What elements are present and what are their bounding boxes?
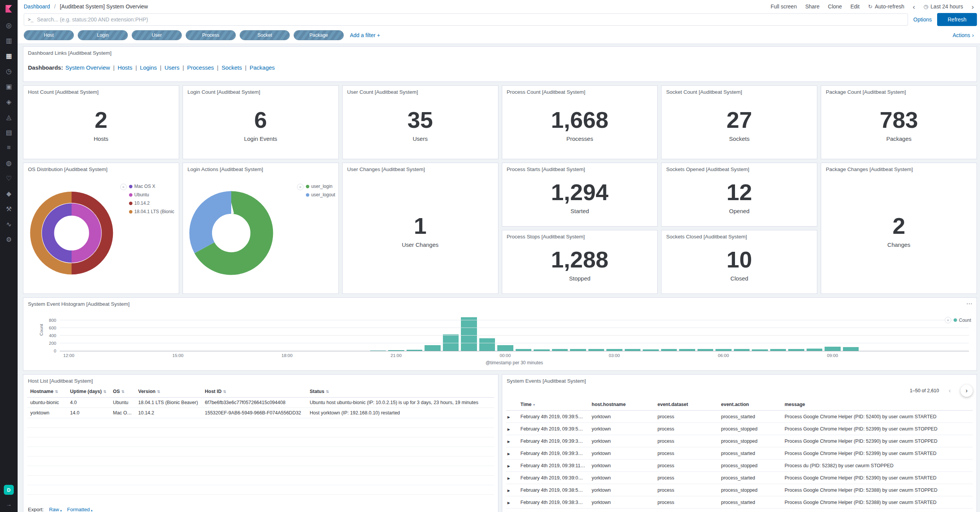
histogram-bar[interactable]: [643, 349, 659, 351]
expand-row-icon[interactable]: ▶: [508, 452, 510, 456]
dashboard-link[interactable]: Sockets: [222, 64, 242, 71]
machine-learning-icon[interactable]: ◬: [0, 109, 18, 125]
page-next-icon[interactable]: ›: [960, 385, 973, 397]
dashboard-link[interactable]: System Overview: [65, 64, 110, 71]
histogram-bar[interactable]: [552, 349, 568, 351]
histogram-bar[interactable]: [461, 317, 477, 351]
edit-button[interactable]: Edit: [850, 3, 859, 10]
dashboard-link[interactable]: Processes: [187, 64, 214, 71]
column-header[interactable]: host.hostname: [589, 398, 655, 411]
histogram-bar[interactable]: [715, 349, 732, 351]
histogram-bar[interactable]: [807, 349, 823, 351]
histogram-bar[interactable]: [606, 349, 622, 351]
monitoring-icon[interactable]: ∿: [0, 217, 18, 232]
dashboard-link[interactable]: Hosts: [118, 64, 132, 71]
panel-menu-icon[interactable]: ⋯: [966, 300, 973, 307]
expand-row-icon[interactable]: ▶: [508, 489, 510, 492]
infrastructure-icon[interactable]: ▤: [0, 125, 18, 140]
dashboard-link[interactable]: Logins: [140, 64, 157, 71]
table-row[interactable]: ubuntu-bionic4.0Ubuntu18.04.1 LTS (Bioni…: [27, 398, 494, 408]
maps-icon[interactable]: ◈: [0, 94, 18, 109]
filter-actions-link[interactable]: Actions ›: [952, 32, 974, 38]
search-input[interactable]: [37, 16, 903, 23]
dashboard-icon[interactable]: ▦: [0, 48, 18, 64]
legend-item[interactable]: Ubuntu: [129, 192, 176, 197]
legend-item[interactable]: 10.14.2: [129, 201, 176, 206]
dashboard-link[interactable]: Packages: [250, 64, 275, 71]
timelion-icon[interactable]: ◷: [0, 64, 18, 79]
histogram-bar[interactable]: [534, 349, 550, 351]
histogram-bar[interactable]: [679, 349, 695, 351]
kibana-logo[interactable]: [0, 0, 18, 18]
export-formatted-link[interactable]: Formatted▴: [67, 507, 92, 512]
column-header[interactable]: Time▾: [518, 398, 589, 411]
graph-icon[interactable]: ◆: [0, 186, 18, 201]
table-row[interactable]: yorktown14.0Mac OS X10.14.2155320EF-9AB6…: [27, 408, 494, 418]
legend-item[interactable]: Count: [954, 318, 971, 323]
expand-row-icon[interactable]: ▶: [508, 476, 510, 480]
add-filter-link[interactable]: Add a filter +: [350, 32, 380, 38]
management-icon[interactable]: ⚙: [0, 232, 18, 247]
histogram-bar[interactable]: [388, 350, 404, 351]
os-distribution-donut[interactable]: [28, 189, 115, 277]
legend-item[interactable]: user_logout: [306, 192, 335, 197]
legend-toggle-icon[interactable]: «: [297, 184, 304, 190]
expand-row-icon[interactable]: ▶: [508, 440, 510, 444]
time-back-icon[interactable]: ‹: [913, 3, 915, 10]
filter-pill-package[interactable]: Package: [294, 30, 344, 40]
column-header[interactable]: Uptime (days)⇅: [67, 385, 110, 398]
histogram-bar[interactable]: [843, 347, 859, 351]
column-header[interactable]: message: [782, 398, 973, 411]
export-raw-link[interactable]: Raw▴: [49, 507, 62, 512]
breadcrumb-dashboard-link[interactable]: Dashboard: [24, 3, 50, 10]
histogram-bar[interactable]: [734, 349, 750, 351]
apm-icon[interactable]: ◍: [0, 155, 18, 171]
space-badge[interactable]: D: [4, 485, 14, 495]
column-header[interactable]: Version⇅: [135, 385, 202, 398]
expand-row-icon[interactable]: ▶: [508, 464, 510, 468]
filter-pill-user[interactable]: User: [132, 30, 182, 40]
column-header[interactable]: event.action: [718, 398, 782, 411]
histogram-bar[interactable]: [661, 349, 677, 351]
dashboard-link[interactable]: Users: [165, 64, 180, 71]
legend-item[interactable]: user_login: [306, 184, 335, 189]
histogram-bar[interactable]: [425, 345, 441, 351]
clone-button[interactable]: Clone: [828, 3, 842, 10]
visualize-icon[interactable]: ▥: [0, 33, 18, 48]
full-screen-button[interactable]: Full screen: [771, 3, 797, 10]
refresh-button[interactable]: Refresh: [937, 13, 977, 26]
uptime-icon[interactable]: ♡: [0, 171, 18, 186]
histogram-bar[interactable]: [625, 349, 641, 351]
histogram-bar[interactable]: [479, 338, 495, 351]
legend-item[interactable]: Mac OS X: [129, 184, 176, 189]
canvas-icon[interactable]: ▣: [0, 79, 18, 94]
histogram-bar[interactable]: [752, 349, 768, 351]
time-forward-icon[interactable]: ›: [972, 3, 974, 10]
expand-row-icon[interactable]: ▶: [508, 415, 510, 419]
histogram-bar[interactable]: [697, 349, 714, 351]
histogram-bar[interactable]: [516, 349, 532, 351]
expand-row-icon[interactable]: ▶: [508, 427, 510, 431]
sidebar-expand-icon[interactable]: →: [6, 501, 12, 507]
histogram-bar[interactable]: [407, 350, 423, 351]
filter-pill-login[interactable]: Login: [78, 30, 128, 40]
options-link[interactable]: Options: [913, 16, 932, 23]
histogram-bar[interactable]: [588, 349, 604, 351]
histogram-bar[interactable]: [788, 349, 804, 351]
login-actions-donut[interactable]: [188, 189, 275, 277]
auto-refresh-button[interactable]: ↻ Auto-refresh: [868, 3, 905, 10]
dev-tools-icon[interactable]: ⚒: [0, 201, 18, 217]
legend-toggle-icon[interactable]: «: [120, 184, 127, 190]
expand-row-icon[interactable]: ▶: [508, 501, 510, 505]
column-header[interactable]: Host ID⇅: [202, 385, 307, 398]
column-header[interactable]: OS⇅: [110, 385, 135, 398]
histogram-bar[interactable]: [825, 347, 841, 351]
column-header[interactable]: event.dataset: [655, 398, 718, 411]
histogram-bar[interactable]: [370, 351, 386, 351]
legend-toggle-icon[interactable]: «: [945, 317, 951, 323]
filter-pill-host[interactable]: Host: [24, 30, 74, 40]
search-box[interactable]: >_: [24, 13, 908, 26]
legend-item[interactable]: 18.04.1 LTS (Bionic B...: [129, 209, 176, 214]
share-button[interactable]: Share: [805, 3, 819, 10]
filter-pill-process[interactable]: Process: [186, 30, 236, 40]
